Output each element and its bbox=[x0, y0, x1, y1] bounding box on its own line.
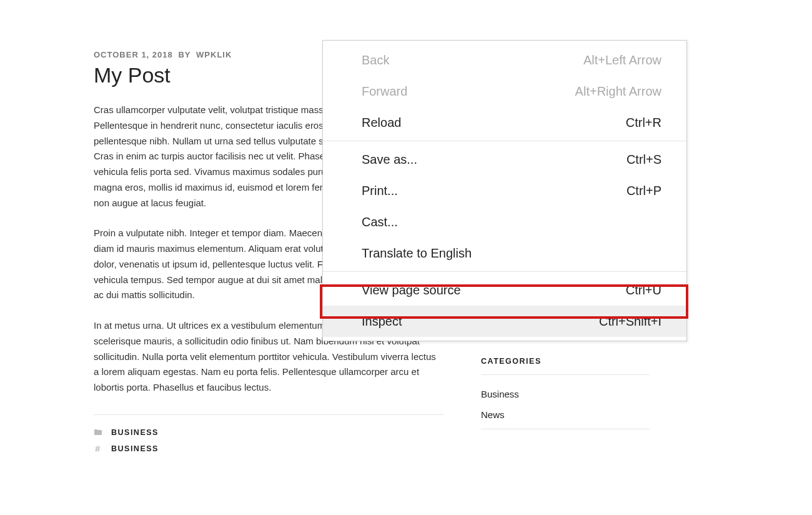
tag-link[interactable]: BUSINESS bbox=[111, 444, 159, 453]
sidebar-category-link[interactable]: News bbox=[481, 404, 650, 425]
ctx-label: Translate to English bbox=[362, 242, 472, 264]
ctx-item-cast[interactable]: Cast... bbox=[323, 206, 686, 238]
post-date: OCTOBER 1, 2018 bbox=[94, 50, 173, 59]
ctx-label: Print... bbox=[362, 180, 398, 201]
ctx-label: Inspect bbox=[362, 311, 402, 332]
category-row: BUSINESS bbox=[94, 428, 443, 438]
ctx-label: Back bbox=[362, 49, 389, 71]
divider bbox=[481, 429, 650, 429]
sidebar-heading-categories: CATEGORIES bbox=[481, 357, 650, 366]
ctx-item-view-source[interactable]: View page source Ctrl+U bbox=[323, 274, 686, 306]
ctx-item-reload[interactable]: Reload Ctrl+R bbox=[323, 107, 686, 138]
ctx-item-translate[interactable]: Translate to English bbox=[323, 238, 686, 269]
folder-icon bbox=[94, 428, 102, 438]
ctx-label: Save as... bbox=[362, 149, 417, 170]
divider bbox=[94, 414, 443, 415]
sidebar-category-link[interactable]: Business bbox=[481, 384, 650, 404]
tag-row: # BUSINESS bbox=[94, 444, 443, 454]
ctx-shortcut: Ctrl+S bbox=[626, 149, 661, 170]
ctx-item-print[interactable]: Print... Ctrl+P bbox=[323, 175, 686, 206]
ctx-shortcut: Ctrl+Shift+I bbox=[599, 311, 661, 332]
ctx-item-forward[interactable]: Forward Alt+Right Arrow bbox=[323, 76, 686, 107]
ctx-shortcut: Ctrl+U bbox=[626, 279, 661, 301]
ctx-shortcut: Alt+Right Arrow bbox=[575, 81, 661, 102]
ctx-separator bbox=[323, 271, 686, 272]
ctx-item-inspect[interactable]: Inspect Ctrl+Shift+I bbox=[323, 306, 686, 337]
ctx-label: Reload bbox=[362, 112, 401, 133]
ctx-item-save-as[interactable]: Save as... Ctrl+S bbox=[323, 144, 686, 175]
tag-icon: # bbox=[94, 444, 102, 454]
post-author[interactable]: WPKLIK bbox=[196, 50, 232, 59]
context-menu: Back Alt+Left Arrow Forward Alt+Right Ar… bbox=[322, 40, 687, 341]
ctx-label: View page source bbox=[362, 279, 461, 301]
ctx-label: Forward bbox=[362, 81, 407, 102]
category-link[interactable]: BUSINESS bbox=[111, 428, 159, 437]
ctx-shortcut: Alt+Left Arrow bbox=[583, 49, 661, 71]
ctx-shortcut: Ctrl+P bbox=[626, 180, 661, 201]
by-label: BY bbox=[178, 50, 191, 59]
ctx-item-back[interactable]: Back Alt+Left Arrow bbox=[323, 44, 686, 76]
ctx-shortcut: Ctrl+R bbox=[626, 112, 661, 133]
divider bbox=[481, 374, 650, 375]
ctx-label: Cast... bbox=[362, 211, 398, 232]
ctx-separator bbox=[323, 141, 686, 141]
